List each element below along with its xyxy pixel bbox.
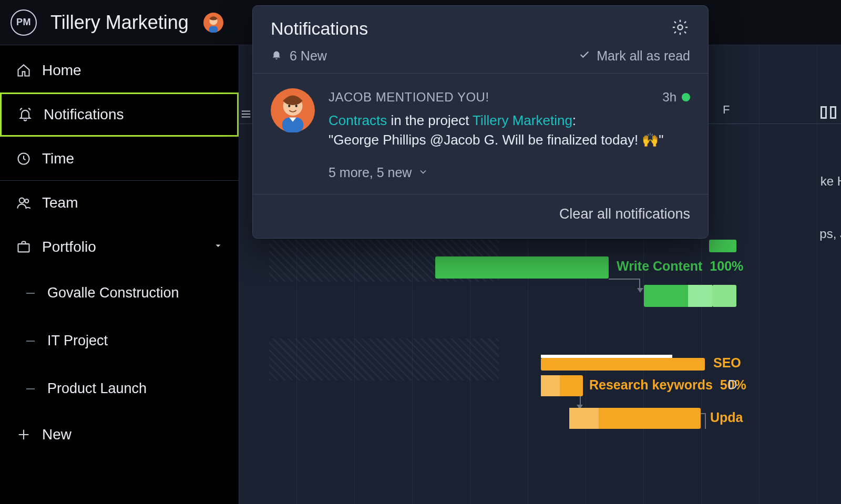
sidebar-item-notifications[interactable]: Notifications bbox=[0, 92, 239, 137]
mark-all-read-label: Mark all as read bbox=[597, 48, 690, 64]
notification-time: 3h bbox=[662, 88, 690, 107]
portfolio-item-product-launch[interactable]: Product Launch bbox=[26, 365, 239, 413]
app-logo[interactable]: PM bbox=[11, 9, 37, 36]
notification-heading: JACOB MENTIONED YOU! bbox=[329, 88, 489, 107]
team-icon bbox=[16, 195, 32, 211]
portfolio-item-label: Govalle Construction bbox=[47, 285, 179, 301]
gantt-assignee-text: ke H bbox=[821, 174, 841, 189]
notifications-subheader: 6 New Mark all as read bbox=[253, 48, 708, 73]
portfolio-item-label: IT Project bbox=[47, 333, 108, 349]
briefcase-icon bbox=[16, 239, 32, 255]
svg-point-9 bbox=[678, 25, 682, 29]
project-link[interactable]: Tillery Marketing bbox=[473, 112, 572, 128]
clear-all-label: Clear all notifications bbox=[559, 206, 690, 222]
check-icon bbox=[579, 48, 590, 64]
unread-dot-icon bbox=[682, 93, 690, 101]
mark-all-read-button[interactable]: Mark all as read bbox=[579, 48, 690, 64]
notifications-header: Notifications bbox=[253, 6, 708, 48]
sidebar-item-label: Home bbox=[42, 62, 81, 79]
gantt-hatch bbox=[269, 338, 499, 380]
gantt-bar[interactable] bbox=[644, 285, 712, 307]
new-count-label: 6 New bbox=[290, 48, 327, 64]
svg-rect-8 bbox=[831, 107, 836, 118]
notifications-title: Notifications bbox=[271, 18, 368, 39]
settings-button[interactable] bbox=[670, 18, 690, 38]
portfolio-item-govalle[interactable]: Govalle Construction bbox=[26, 269, 239, 317]
gantt-day-col: F bbox=[723, 103, 730, 117]
gantt-bar-write-content[interactable] bbox=[435, 256, 609, 279]
svg-point-12 bbox=[288, 105, 290, 107]
gantt-bar-upda[interactable] bbox=[569, 408, 701, 429]
svg-point-13 bbox=[295, 105, 298, 107]
avatar-icon bbox=[271, 88, 315, 132]
dash-icon bbox=[26, 388, 35, 389]
sidebar-item-home[interactable]: Home bbox=[0, 48, 239, 92]
clear-all-button[interactable]: Clear all notifications bbox=[253, 194, 708, 238]
avatar-icon bbox=[203, 13, 223, 33]
portfolio-sub-list: Govalle Construction IT Project Product … bbox=[0, 269, 239, 413]
expand-more-button[interactable]: 5 more, 5 new bbox=[253, 162, 708, 194]
notification-item[interactable]: JACOB MENTIONED YOU! 3h Contracts in the… bbox=[253, 74, 708, 162]
gantt-assignee-initial: D bbox=[728, 377, 737, 392]
gantt-bar-label: SEO bbox=[713, 355, 741, 371]
dash-icon bbox=[26, 293, 35, 294]
gantt-group-bar[interactable] bbox=[709, 240, 736, 252]
svg-rect-2 bbox=[209, 26, 218, 32]
sidebar-item-time[interactable]: Time bbox=[0, 137, 239, 181]
clock-icon bbox=[16, 151, 32, 167]
notifications-panel: Notifications 6 New Mark all as read bbox=[252, 5, 709, 239]
timeline-icon[interactable] bbox=[819, 103, 838, 122]
sidebar-item-label: Portfolio bbox=[42, 239, 96, 255]
project-title[interactable]: Tillery Marketing bbox=[50, 12, 189, 34]
plus-icon bbox=[16, 427, 32, 443]
gantt-bar-label: Write Content 100% bbox=[617, 259, 743, 274]
sidebar-item-label: Time bbox=[42, 150, 74, 167]
gantt-connector bbox=[609, 279, 640, 289]
notification-quote: "George Phillips @Jacob G. Will be final… bbox=[329, 132, 664, 148]
svg-rect-7 bbox=[822, 107, 826, 118]
user-avatar-small[interactable] bbox=[203, 13, 223, 33]
gantt-bar-label: Upda bbox=[710, 410, 743, 425]
svg-point-4 bbox=[19, 198, 24, 203]
chevron-down-icon bbox=[418, 165, 428, 180]
gear-icon bbox=[671, 18, 689, 38]
sidebar-item-team[interactable]: Team bbox=[0, 181, 239, 225]
task-link[interactable]: Contracts bbox=[329, 112, 387, 128]
sidebar-item-label: Notifications bbox=[44, 106, 124, 123]
sidebar-item-new[interactable]: New bbox=[0, 413, 239, 457]
app-logo-text: PM bbox=[16, 17, 31, 28]
chevron-down-icon bbox=[213, 239, 223, 255]
gantt-bar-end[interactable] bbox=[712, 285, 736, 307]
sidebar-item-portfolio[interactable]: Portfolio bbox=[0, 225, 239, 269]
home-icon bbox=[16, 63, 32, 78]
gantt-bar-research[interactable] bbox=[541, 375, 583, 396]
sidebar: Home Notifications Time Team bbox=[0, 45, 239, 504]
sidebar-item-label: New bbox=[42, 426, 71, 443]
notification-body: JACOB MENTIONED YOU! 3h Contracts in the… bbox=[329, 88, 690, 150]
gantt-assignee-text: ps, J bbox=[819, 227, 841, 241]
gantt-group-bar[interactable] bbox=[541, 358, 705, 371]
gantt-connector bbox=[701, 413, 706, 429]
portfolio-item-label: Product Launch bbox=[47, 380, 147, 397]
portfolio-item-it[interactable]: IT Project bbox=[26, 317, 239, 365]
notification-avatar bbox=[271, 88, 315, 132]
arrow-down-icon bbox=[637, 288, 643, 293]
bell-solid-icon bbox=[271, 48, 282, 64]
sidebar-item-label: Team bbox=[42, 194, 78, 211]
notification-message: Contracts in the project Tillery Marketi… bbox=[329, 111, 690, 150]
gantt-bar-label: Research keywords 50% bbox=[589, 377, 746, 393]
dash-icon bbox=[26, 341, 35, 342]
svg-point-5 bbox=[25, 199, 28, 203]
more-label: 5 more, 5 new bbox=[329, 165, 412, 180]
bell-icon bbox=[17, 107, 33, 122]
svg-rect-6 bbox=[18, 244, 29, 252]
new-count: 6 New bbox=[271, 48, 327, 64]
